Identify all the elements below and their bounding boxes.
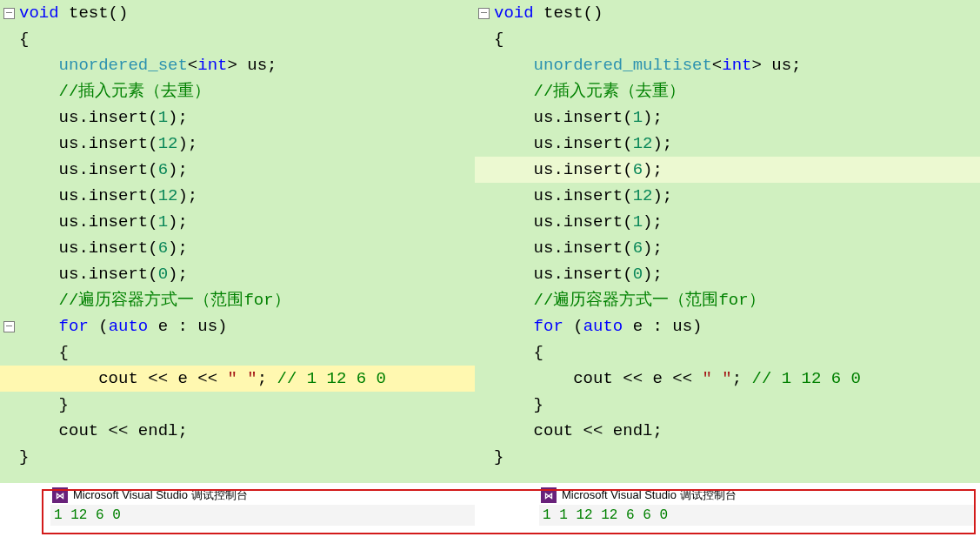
code-line[interactable]: }	[494, 444, 977, 470]
token-str: " "	[227, 369, 257, 388]
code-line[interactable]: us.insert(1);	[494, 104, 977, 131]
token-id: );	[177, 134, 197, 153]
token-id: );	[168, 265, 188, 284]
console-titlebar-left[interactable]: ⋈ Microsoft Visual Studio 调试控制台	[50, 486, 475, 505]
token-num: 6	[158, 238, 168, 258]
code-line[interactable]: }	[19, 392, 471, 418]
code-line[interactable]: cout << e << " "; // 1 12 6 0	[494, 366, 977, 392]
code-line[interactable]: {	[494, 26, 977, 52]
code-line[interactable]: {	[494, 339, 977, 366]
token-id: );	[168, 212, 188, 232]
token-id: );	[643, 160, 663, 179]
code-line[interactable]: us.insert(6);	[19, 157, 471, 183]
token-id: > us;	[227, 56, 277, 75]
code-area-right[interactable]: void test(){ unordered_multiset<int> us;…	[494, 0, 977, 470]
token-type: unordered_multiset	[534, 56, 712, 75]
code-line[interactable]: us.insert(12);	[494, 131, 977, 157]
vs-icon: ⋈	[541, 487, 557, 503]
code-line[interactable]: for (auto e : us)	[19, 313, 471, 339]
token-cm: //遍历容器方式一（范围for）	[534, 291, 765, 310]
token-id: e : us)	[623, 317, 702, 336]
code-line[interactable]: //遍历容器方式一（范围for）	[494, 287, 977, 313]
token-id	[19, 317, 59, 336]
token-num: 1	[633, 108, 643, 127]
token-id: {	[19, 343, 69, 362]
token-kw: int	[722, 56, 751, 75]
token-num: 1	[158, 108, 168, 127]
fold-toggle-icon[interactable]	[3, 8, 15, 19]
token-id: {	[19, 30, 29, 49]
code-line[interactable]: us.insert(6);	[19, 235, 471, 261]
token-id: }	[494, 447, 503, 467]
code-line[interactable]: {	[19, 339, 471, 366]
token-id: <	[712, 56, 722, 75]
code-line[interactable]: //遍历容器方式一（范围for）	[19, 287, 471, 313]
fold-toggle-icon[interactable]	[3, 321, 15, 332]
code-area-left[interactable]: void test(){ unordered_set<int> us; //插入…	[19, 0, 471, 470]
console-title-text-left: Microsoft Visual Studio 调试控制台	[73, 487, 248, 503]
token-id: ;	[732, 369, 752, 388]
code-line[interactable]: us.insert(12);	[19, 183, 471, 209]
gutter-right	[475, 0, 490, 483]
token-id	[494, 82, 534, 101]
console-output-right[interactable]: 1 1 12 12 6 6 0	[539, 505, 974, 526]
token-num: 0	[633, 265, 643, 284]
fold-toggle-icon[interactable]	[478, 8, 490, 19]
code-line[interactable]: {	[19, 26, 471, 52]
token-id: );	[643, 238, 663, 258]
code-line[interactable]: us.insert(12);	[494, 183, 977, 209]
code-line[interactable]: us.insert(1);	[494, 209, 977, 235]
token-id: cout << endl;	[19, 421, 188, 440]
code-line[interactable]: void test()	[19, 0, 471, 26]
token-num: 12	[633, 134, 653, 153]
token-id: us.insert(	[494, 160, 633, 179]
code-line[interactable]: us.insert(1);	[19, 209, 471, 235]
token-num: 1	[158, 212, 168, 232]
code-line[interactable]: us.insert(6);	[494, 157, 977, 183]
code-line[interactable]: unordered_multiset<int> us;	[494, 52, 977, 78]
code-line[interactable]: for (auto e : us)	[494, 313, 977, 339]
token-id: (	[563, 317, 583, 336]
console-titlebar-right[interactable]: ⋈ Microsoft Visual Studio 调试控制台	[539, 486, 974, 505]
code-line[interactable]: us.insert(6);	[494, 235, 977, 261]
token-id: us.insert(	[19, 265, 158, 284]
code-line[interactable]: us.insert(0);	[494, 261, 977, 287]
code-line[interactable]: }	[494, 392, 977, 418]
token-id: );	[168, 238, 188, 258]
console-output-left[interactable]: 1 12 6 0	[50, 505, 475, 526]
token-num: 1	[633, 212, 643, 232]
token-num: 6	[633, 238, 643, 258]
code-line[interactable]: cout << e << " "; // 1 12 6 0	[19, 366, 471, 392]
code-line[interactable]: us.insert(12);	[19, 131, 471, 157]
code-line[interactable]: cout << endl;	[19, 418, 471, 444]
code-line[interactable]: //插入元素（去重）	[494, 78, 977, 104]
code-pane-left: void test(){ unordered_set<int> us; //插入…	[0, 0, 475, 483]
token-num: 0	[158, 265, 168, 284]
gutter-left	[0, 0, 16, 483]
token-cm: //插入元素（去重）	[59, 82, 211, 101]
code-line[interactable]: cout << endl;	[494, 418, 977, 444]
token-id: <	[188, 56, 197, 75]
token-kw: void	[494, 3, 534, 23]
code-line[interactable]: unordered_set<int> us;	[19, 52, 471, 78]
token-id: test()	[59, 3, 129, 23]
token-cm: //插入元素（去重）	[534, 82, 686, 101]
token-id: us.insert(	[494, 238, 633, 258]
token-id: {	[494, 30, 503, 49]
token-kw: void	[19, 3, 59, 23]
token-num: 6	[158, 160, 168, 179]
code-line[interactable]: }	[19, 444, 471, 470]
token-id: }	[19, 395, 69, 414]
code-line[interactable]: //插入元素（去重）	[19, 78, 471, 104]
code-line[interactable]: us.insert(1);	[19, 104, 471, 131]
token-id	[494, 56, 534, 75]
token-kw: int	[197, 56, 227, 75]
token-kw: auto	[109, 317, 149, 336]
token-kw: auto	[583, 317, 623, 336]
code-line[interactable]: void test()	[494, 0, 977, 26]
token-id: );	[643, 108, 663, 127]
token-id: us.insert(	[494, 186, 633, 205]
console-title-text-right: Microsoft Visual Studio 调试控制台	[562, 487, 737, 503]
token-type: unordered_set	[59, 56, 188, 75]
code-line[interactable]: us.insert(0);	[19, 261, 471, 287]
